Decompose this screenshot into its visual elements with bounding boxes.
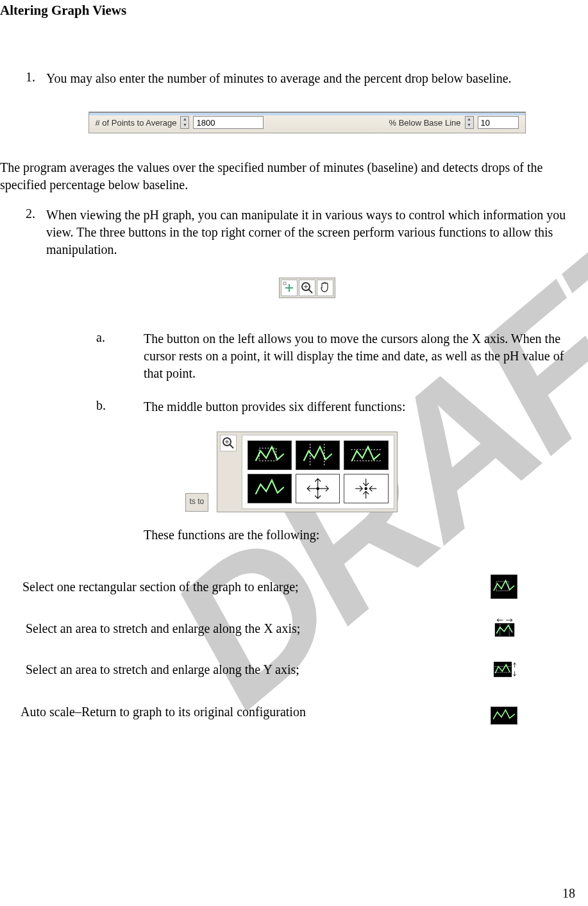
palette-corner-fragment: ts to — [185, 493, 209, 512]
graph-controls-toolbar — [279, 278, 335, 298]
func-y-icon — [492, 658, 517, 681]
autoscale-icon[interactable] — [248, 474, 292, 503]
spinner-down-icon[interactable]: ▼ — [181, 122, 189, 128]
page-number: 18 — [562, 886, 575, 901]
spinner-up-icon[interactable]: ▲ — [466, 117, 473, 122]
below-baseline-input[interactable] — [478, 116, 519, 129]
page-heading: Altering Graph Views — [0, 3, 588, 19]
step-2-text: When viewing the pH graph, you can manip… — [46, 206, 588, 258]
func-rect-text: Select one rectangular section of the gr… — [22, 580, 471, 594]
zoom-in-point-icon[interactable] — [296, 474, 340, 503]
averaging-toolbar: # of Points to Average ▲ ▼ % Below Base … — [88, 112, 526, 133]
func-x-text: Select an area to stretch and enlarge al… — [26, 621, 473, 636]
func-autoscale-text: Auto scale–Return to graph to its origin… — [21, 705, 471, 719]
step-1-text: You may also enter the number of minutes… — [46, 70, 588, 87]
zoom-out-point-icon[interactable] — [344, 474, 388, 503]
spinner-up-icon[interactable]: ▲ — [181, 117, 189, 122]
func-y-text: Select an area to stretch and enlarge al… — [26, 662, 473, 677]
svg-line-8 — [230, 444, 233, 448]
zoom-indicator-icon — [220, 435, 237, 451]
spinner-down-icon[interactable]: ▼ — [466, 122, 473, 128]
func-autoscale-icon — [491, 707, 517, 725]
below-spinner[interactable]: ▲ ▼ — [465, 116, 474, 129]
cursor-tool-icon[interactable] — [281, 280, 298, 296]
zoom-tool-icon[interactable] — [299, 280, 315, 296]
step-1-number: 1. — [26, 70, 46, 87]
zoom-y-icon[interactable] — [344, 440, 388, 470]
pan-tool-icon[interactable] — [317, 280, 333, 296]
func-x-icon — [492, 617, 517, 640]
points-spinner[interactable]: ▲ ▼ — [180, 116, 189, 129]
functions-lead-text: These functions are the following: — [144, 528, 588, 542]
sub-a-letter: a. — [96, 330, 144, 382]
below-baseline-label: % Below Base Line — [389, 118, 460, 128]
svg-rect-2 — [283, 282, 286, 285]
sub-a-text: The button on the left allows you to mov… — [144, 330, 588, 382]
zoom-x-icon[interactable] — [296, 440, 340, 470]
points-to-average-input[interactable] — [193, 116, 264, 129]
sub-b-text: The middle button provides six different… — [144, 398, 588, 415]
sub-b-letter: b. — [96, 398, 144, 415]
svg-point-25 — [316, 487, 319, 490]
func-rect-icon — [491, 575, 517, 599]
zoom-palette: ts to — [217, 432, 398, 512]
svg-rect-41 — [494, 662, 512, 677]
svg-point-31 — [365, 487, 367, 490]
svg-line-4 — [308, 289, 312, 293]
zoom-rect-icon[interactable] — [248, 440, 292, 470]
points-to-average-label: # of Points to Average — [96, 118, 177, 128]
averaging-explanation: The program averages the values over the… — [0, 159, 588, 194]
step-2-number: 2. — [26, 206, 46, 258]
